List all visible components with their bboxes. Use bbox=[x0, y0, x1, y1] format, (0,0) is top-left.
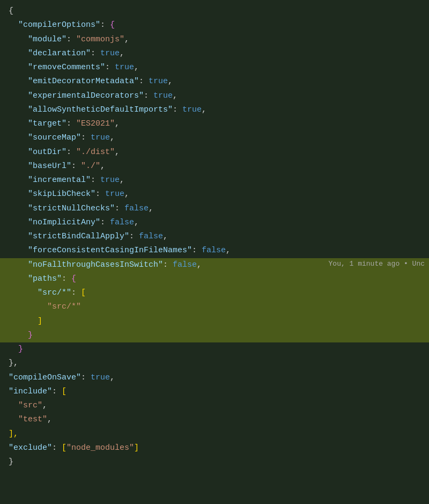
token-square: [ bbox=[81, 288, 86, 297]
code-line: "baseUrl": "./", bbox=[0, 159, 429, 173]
token-key: "forceConsistentCasingInFileNames" bbox=[28, 246, 192, 255]
token-key: "outDir" bbox=[28, 148, 66, 157]
code-line: ], bbox=[0, 427, 429, 441]
code-line: { bbox=[0, 4, 429, 18]
token-string-val: "src" bbox=[18, 401, 42, 410]
code-line: } bbox=[0, 328, 429, 342]
token-bool-false: false bbox=[173, 260, 197, 269]
token-colon: : bbox=[71, 162, 81, 171]
token-bool-true: true bbox=[100, 176, 120, 185]
token-key: "compileOnSave" bbox=[9, 373, 81, 382]
token-curly: { bbox=[71, 274, 76, 283]
token-colon: : bbox=[91, 176, 100, 185]
git-tooltip: You, 1 minute ago • Unc bbox=[324, 258, 429, 271]
token-key: "allowSyntheticDefaultImports" bbox=[28, 105, 173, 114]
token-colon: : bbox=[81, 373, 91, 382]
token-colon: : bbox=[71, 288, 81, 297]
code-line: "strictBindCallApply": false, bbox=[0, 230, 429, 244]
token-key: "paths" bbox=[28, 274, 62, 283]
token-colon: : bbox=[100, 20, 110, 30]
token-punctuation: , bbox=[202, 105, 206, 114]
code-line: "noFallthroughCasesInSwitch": false,You,… bbox=[0, 258, 429, 272]
code-line: "forceConsistentCasingInFileNames": fals… bbox=[0, 244, 429, 258]
token-bool-true: true bbox=[91, 373, 110, 382]
token-punctuation: , bbox=[120, 176, 124, 185]
token-key: "include" bbox=[9, 387, 52, 396]
token-key: "emitDecoratorMetadata" bbox=[28, 77, 139, 86]
token-punctuation: , bbox=[134, 218, 139, 227]
token-punctuation: , bbox=[197, 260, 202, 269]
token-square: ], bbox=[9, 429, 18, 439]
token-bool-true: true bbox=[153, 91, 173, 100]
token-key: "target" bbox=[28, 119, 66, 128]
token-punctuation: , bbox=[173, 91, 177, 100]
token-key: "skipLibCheck" bbox=[28, 189, 95, 199]
code-line: "declaration": true, bbox=[0, 47, 429, 61]
token-punctuation: , bbox=[124, 189, 129, 199]
token-punctuation: , bbox=[110, 133, 115, 142]
token-key: "strictNullChecks" bbox=[28, 204, 115, 213]
token-colon: : bbox=[115, 204, 124, 213]
token-key: "compilerOptions" bbox=[18, 20, 100, 30]
token-square: ] bbox=[134, 443, 139, 452]
token-bool-true: true bbox=[105, 189, 124, 199]
token-colon: : bbox=[95, 189, 105, 199]
token-key: "strictBindCallApply" bbox=[28, 232, 129, 241]
code-line: "src", bbox=[0, 399, 429, 413]
code-line: "compilerOptions": { bbox=[0, 18, 429, 32]
token-bool-true: true bbox=[149, 77, 168, 86]
code-line: "paths": { bbox=[0, 272, 429, 286]
code-editor: { "compilerOptions": { "module": "common… bbox=[0, 0, 429, 504]
token-key: "src/*" bbox=[38, 288, 71, 297]
token-colon: : bbox=[139, 77, 149, 86]
code-line: "strictNullChecks": false, bbox=[0, 202, 429, 216]
token-punctuation: , bbox=[42, 401, 47, 410]
token-string-val: "commonjs" bbox=[76, 35, 124, 44]
token-key: "module" bbox=[28, 35, 66, 44]
token-punctuation: , bbox=[134, 63, 139, 72]
token-square: ] bbox=[38, 317, 42, 326]
token-square: [ bbox=[62, 387, 66, 396]
token-colon: : bbox=[100, 218, 110, 227]
code-line: "src/*" bbox=[0, 300, 429, 314]
code-line: "module": "commonjs", bbox=[0, 33, 429, 47]
token-bool-false: false bbox=[202, 246, 226, 255]
code-line: "emitDecoratorMetadata": true, bbox=[0, 75, 429, 89]
token-string-val: "node_modules" bbox=[66, 443, 134, 452]
code-line: "include": [ bbox=[0, 385, 429, 399]
token-colon: : bbox=[144, 91, 153, 100]
token-punctuation: , bbox=[120, 49, 124, 58]
token-punctuation: , bbox=[100, 162, 105, 171]
token-colon: : bbox=[52, 443, 62, 452]
token-key: "sourceMap" bbox=[28, 133, 81, 142]
code-line: "experimentalDecorators": true, bbox=[0, 89, 429, 103]
token-curly: { bbox=[110, 20, 115, 30]
token-square: [ bbox=[62, 443, 66, 452]
code-line: } bbox=[0, 455, 429, 469]
token-bracket: { bbox=[9, 6, 13, 16]
token-bool-true: true bbox=[91, 133, 110, 142]
token-curly: } bbox=[18, 345, 23, 354]
code-line: "skipLibCheck": true, bbox=[0, 187, 429, 201]
token-colon: : bbox=[66, 148, 76, 157]
token-punctuation: , bbox=[149, 204, 153, 213]
token-curly: } bbox=[28, 331, 33, 340]
code-line: "allowSyntheticDefaultImports": true, bbox=[0, 103, 429, 117]
code-line: "incremental": true, bbox=[0, 173, 429, 187]
token-punctuation: , bbox=[168, 77, 173, 86]
token-colon: : bbox=[192, 246, 202, 255]
code-line: "removeComments": true, bbox=[0, 61, 429, 75]
token-bracket: } bbox=[9, 457, 13, 466]
token-key: "noImplicitAny" bbox=[28, 218, 100, 227]
token-string-val: "src/*" bbox=[47, 302, 81, 311]
token-punctuation: , bbox=[115, 148, 120, 157]
token-colon: : bbox=[52, 387, 62, 396]
token-colon: : bbox=[163, 260, 173, 269]
token-key: "exclude" bbox=[9, 443, 52, 452]
token-colon: : bbox=[105, 63, 115, 72]
code-line: "outDir": "./dist", bbox=[0, 145, 429, 159]
token-key: "removeComments" bbox=[28, 63, 105, 72]
token-punctuation: , bbox=[163, 232, 168, 241]
token-bool-false: false bbox=[110, 218, 134, 227]
token-bool-true: true bbox=[115, 63, 134, 72]
